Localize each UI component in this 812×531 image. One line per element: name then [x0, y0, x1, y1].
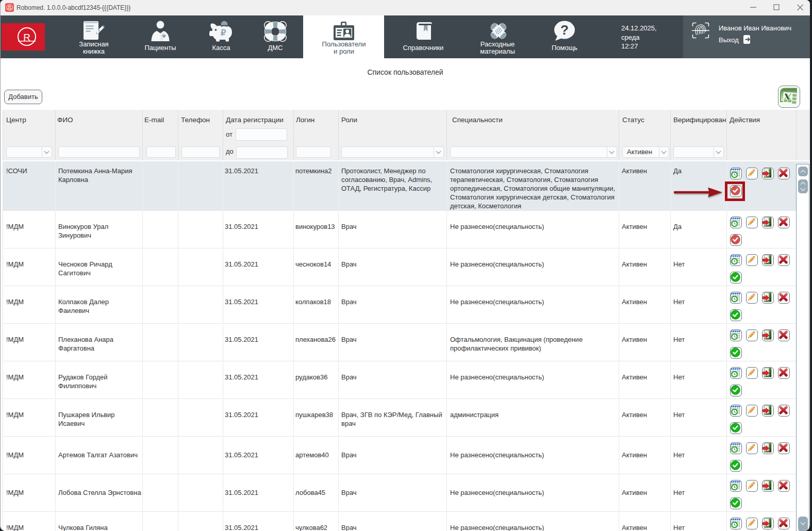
- svg-text:?: ?: [560, 22, 569, 38]
- svg-text:₽: ₽: [221, 28, 226, 37]
